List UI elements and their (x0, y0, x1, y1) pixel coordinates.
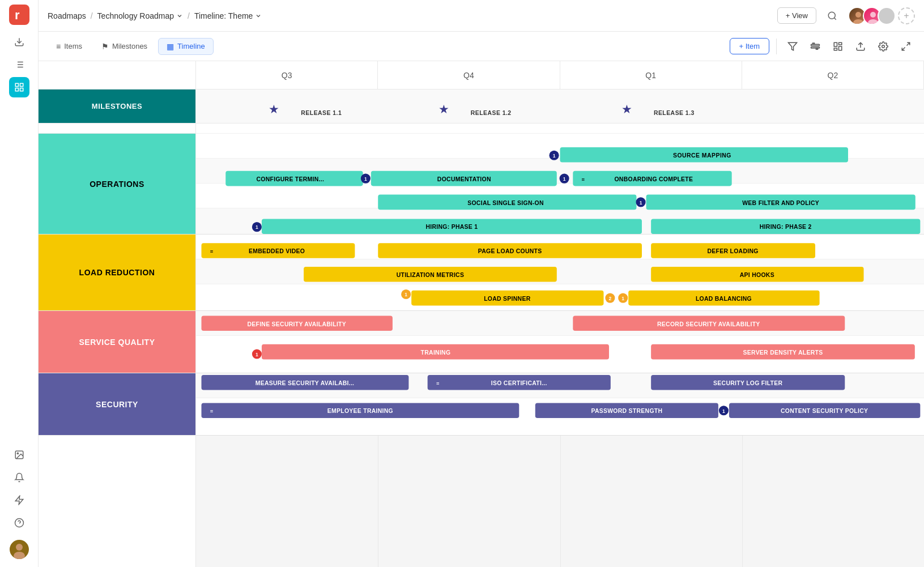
sidebar-bell-icon[interactable] (9, 467, 29, 488)
logo[interactable]: r (9, 5, 29, 25)
svg-point-18 (16, 544, 23, 551)
items-icon: ≡ (56, 42, 61, 51)
svg-text:MEASURE SECURITY AVAILABI...: MEASURE SECURITY AVAILABI... (256, 380, 355, 386)
svg-rect-31 (834, 42, 837, 46)
sidebar-list-icon[interactable] (9, 54, 29, 75)
svg-text:1: 1 (621, 296, 624, 301)
topbar: Roadmaps / Technology Roadmap / Timeline… (39, 0, 924, 32)
toolbar-right: + Item (730, 37, 916, 56)
toolbar: ≡ Items ⚑ Milestones ▦ Timeline + Item (39, 32, 924, 61)
svg-marker-15 (15, 496, 23, 505)
svg-point-36 (882, 45, 885, 48)
svg-text:PASSWORD STRENGTH: PASSWORD STRENGTH (591, 408, 662, 414)
svg-point-22 (855, 12, 861, 18)
svg-text:LOAD SPINNER: LOAD SPINNER (484, 296, 530, 302)
svg-text:≡: ≡ (210, 248, 214, 254)
svg-line-38 (902, 47, 905, 50)
svg-rect-34 (834, 48, 837, 50)
star-3: ★ (621, 103, 632, 116)
svg-rect-11 (20, 88, 23, 91)
breadcrumb: Roadmaps / Technology Roadmap / Timeline… (48, 11, 262, 20)
timeline-body: ★ RELEASE 1.1 ★ RELEASE 1.2 ★ RELEASE 1.… (196, 89, 924, 567)
svg-text:DOCUMENTATION: DOCUMENTATION (437, 176, 491, 182)
timeline-icon: ▦ (167, 42, 174, 51)
svg-rect-33 (839, 46, 842, 50)
svg-text:RECORD SECURITY AVAILABILITY: RECORD SECURITY AVAILABILITY (657, 321, 760, 327)
release-1-3-label: RELEASE 1.3 (654, 110, 695, 116)
star-1: ★ (269, 103, 279, 116)
label-header-spacer (39, 61, 195, 89)
operations-group-label: OPERATIONS (39, 134, 195, 235)
svg-text:ONBOARDING COMPLETE: ONBOARDING COMPLETE (614, 176, 693, 182)
svg-point-25 (868, 19, 878, 25)
svg-rect-12 (15, 88, 18, 91)
svg-rect-32 (839, 42, 842, 45)
add-item-button[interactable]: + Item (730, 38, 770, 54)
tab-items-label: Items (64, 42, 82, 50)
sidebar-menu-icon[interactable] (9, 77, 29, 97)
svg-text:2: 2 (609, 296, 612, 301)
sidebar-user-avatar[interactable] (10, 540, 29, 559)
filter-icon-button[interactable] (784, 37, 802, 56)
svg-text:1: 1 (553, 153, 556, 159)
settings-icon-button[interactable] (874, 37, 892, 56)
milestones-group-label: MILESTONES (39, 89, 195, 123)
svg-rect-30 (816, 48, 818, 49)
quarter-q2: Q2 (742, 61, 924, 89)
svg-rect-9 (15, 83, 18, 86)
svg-text:r: r (15, 8, 20, 22)
main-content: Roadmaps / Technology Roadmap / Timeline… (39, 0, 924, 567)
svg-text:≡: ≡ (582, 176, 585, 182)
svg-text:TRAINING: TRAINING (421, 349, 451, 356)
svg-text:ISO CERTIFICATI...: ISO CERTIFICATI... (491, 380, 547, 386)
topbar-right: + View + (777, 7, 915, 25)
svg-text:1: 1 (563, 176, 566, 182)
quarter-q1: Q1 (560, 61, 742, 89)
svg-text:1: 1 (404, 292, 407, 297)
svg-text:SOURCE MAPPING: SOURCE MAPPING (673, 152, 731, 159)
svg-text:LOAD BALANCING: LOAD BALANCING (696, 296, 752, 302)
svg-text:≡: ≡ (436, 380, 440, 386)
svg-text:1: 1 (256, 224, 258, 230)
tab-timeline[interactable]: ▦ Timeline (158, 38, 214, 55)
toolbar-separator (776, 39, 777, 54)
svg-point-23 (853, 19, 863, 25)
tab-items[interactable]: ≡ Items (48, 38, 91, 55)
sidebar-lightning-icon[interactable] (9, 490, 29, 510)
search-button[interactable] (823, 7, 841, 25)
quarter-q3: Q3 (196, 61, 378, 89)
breadcrumb-timeline-theme[interactable]: Timeline: Theme (194, 11, 262, 20)
load-reduction-group-label: LOAD REDUCTION (39, 235, 195, 311)
sidebar-download-icon[interactable] (9, 32, 29, 52)
service-quality-group-label: SERVICE QUALITY (39, 311, 195, 373)
group-icon-button[interactable] (806, 37, 824, 56)
add-user-button[interactable]: + (898, 7, 915, 24)
milestones-icon: ⚑ (101, 42, 109, 51)
tab-timeline-label: Timeline (177, 42, 205, 50)
add-view-button[interactable]: + View (777, 7, 816, 24)
svg-text:≡: ≡ (210, 408, 214, 414)
breadcrumb-sep-1: / (91, 11, 93, 20)
sidebar-image-icon[interactable] (9, 445, 29, 465)
svg-text:SERVER DENSITY ALERTS: SERVER DENSITY ALERTS (743, 349, 823, 356)
security-group-label: SECURITY (39, 373, 195, 436)
milestone-spacer (39, 123, 195, 134)
timeline-svg: ★ RELEASE 1.1 ★ RELEASE 1.2 ★ RELEASE 1.… (196, 89, 924, 567)
breadcrumb-technology-roadmap[interactable]: Technology Roadmap (97, 11, 183, 20)
tab-milestones-label: Milestones (112, 42, 147, 50)
svg-text:CONFIGURE TERMIN...: CONFIGURE TERMIN... (256, 176, 324, 182)
svg-point-24 (870, 12, 876, 18)
release-1-1-label: RELEASE 1.1 (301, 110, 342, 116)
svg-text:1: 1 (256, 352, 258, 357)
svg-text:EMPLOYEE TRAINING: EMPLOYEE TRAINING (327, 408, 393, 414)
fullscreen-icon-button[interactable] (897, 37, 915, 56)
svg-text:API HOOKS: API HOOKS (740, 272, 774, 278)
svg-point-19 (14, 552, 25, 559)
svg-point-14 (17, 453, 18, 454)
layout-icon-button[interactable] (829, 37, 847, 56)
breadcrumb-roadmaps[interactable]: Roadmaps (48, 11, 86, 20)
sidebar-question-icon[interactable] (9, 513, 29, 533)
tab-milestones[interactable]: ⚑ Milestones (93, 38, 156, 55)
user-avatar-3[interactable] (878, 7, 896, 25)
export-icon-button[interactable] (851, 37, 870, 56)
